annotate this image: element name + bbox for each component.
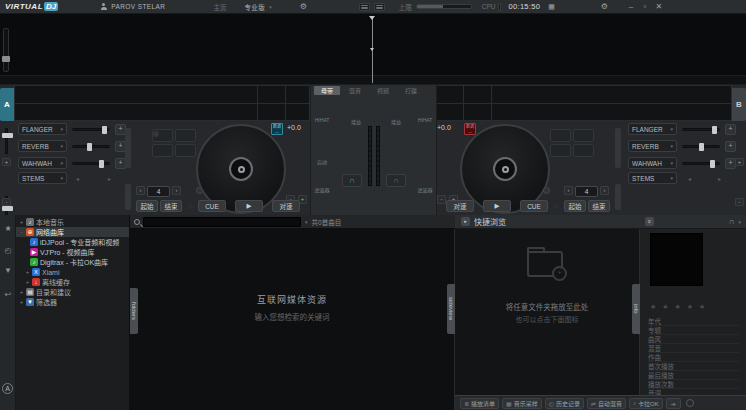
loop-out-button[interactable]: 结束 — [160, 200, 182, 212]
automix-button[interactable]: ⇄自动混音 — [587, 398, 626, 409]
deck-b-pad-3[interactable] — [550, 144, 571, 157]
back-undo-icon[interactable]: ↩ — [0, 287, 16, 301]
deck-a-fx-side-tab[interactable] — [125, 128, 131, 168]
deck-b-key-display[interactable]: 数调— — [464, 123, 476, 135]
slip-toggle[interactable] — [553, 203, 559, 209]
filter-funnel-icon[interactable]: ▼ — [0, 263, 16, 277]
loop-half-button[interactable]: ‹ — [136, 186, 145, 195]
mixer-ch2-headphone-button[interactable]: ∩ — [386, 174, 406, 187]
deck-b-sync-button[interactable]: 对速 — [446, 200, 474, 212]
stems-prev-icon[interactable]: ◂ — [688, 175, 691, 182]
deck-a-pad-4[interactable] — [175, 144, 196, 157]
deck-b-fx-side-tab[interactable] — [615, 128, 621, 168]
minimize-button[interactable]: – — [624, 2, 638, 11]
tree-item-idjpool[interactable]: ♪ iDJPool - 专业音频和视频 — [16, 237, 129, 247]
tree-item-xiami[interactable]: + X Xiami — [16, 267, 129, 277]
tree-item-catalogs[interactable]: + ▤ 目录和建议 — [16, 287, 129, 297]
wave-zoom-handle[interactable] — [2, 56, 10, 62]
loop-double-button[interactable]: › — [600, 186, 609, 195]
settings-gear-icon[interactable]: ⚙ — [601, 3, 608, 11]
deck-a-sync-button[interactable]: 对速 — [272, 200, 300, 212]
stems-prev-icon[interactable]: ◂ — [76, 175, 79, 182]
loop-roll-toggle[interactable] — [543, 187, 550, 194]
deck-a-pad-3[interactable] — [152, 144, 173, 157]
info-vertical-tab[interactable]: info — [632, 284, 640, 334]
fx-select-reverb[interactable]: REVERB▾ — [628, 140, 677, 152]
deck-a-key-display[interactable]: 数调— — [271, 123, 283, 135]
mixer-tab-master[interactable]: 母带 — [314, 86, 340, 95]
browser-font-size-button[interactable]: A — [2, 383, 13, 394]
deck-a-pad-2[interactable] — [175, 129, 196, 142]
prelisten-headphone-icon[interactable]: ∩ — [729, 217, 735, 226]
shortcut-browse-panel[interactable]: 将任意文件夹拖放至此处 也可以点击下面图标 — [455, 215, 640, 395]
status-dot[interactable] — [686, 399, 694, 407]
deck-b-tab[interactable]: B — [732, 88, 746, 121]
slip-toggle[interactable] — [187, 203, 193, 209]
fx-select-flanger[interactable]: FLANGER▾ — [18, 123, 67, 135]
deck-b-stems-select[interactable]: STEMS▾ — [628, 172, 677, 184]
deck-a-rail-minus-button[interactable]: - — [2, 198, 11, 206]
user-name[interactable]: PAROV STELAR — [111, 3, 165, 10]
deck-a-stems-select[interactable]: STEMS▾ — [18, 172, 67, 184]
deck-a-rail-plus-button[interactable]: + — [2, 158, 11, 166]
deck-b-loop-side-tab[interactable] — [615, 184, 621, 210]
sideview-vertical-tab[interactable]: sideview — [447, 284, 455, 334]
tree-item-online-library[interactable]: - ⊕ 网络曲库 — [16, 227, 129, 237]
fx-slider-3[interactable] — [72, 162, 110, 165]
grid-icon[interactable]: ▦ — [548, 3, 555, 11]
mixer-tab-mixer[interactable]: 混音 — [342, 86, 368, 95]
edition-dropdown[interactable]: 专业版 ▾ — [244, 2, 271, 12]
tree-item-vjpro[interactable]: ▶ VJ'Pro - 视频曲库 — [16, 247, 129, 257]
stems-next-icon[interactable]: ▸ — [108, 175, 111, 182]
tree-item-digitrax[interactable]: ♪ Digitrax - 卡拉OK曲库 — [16, 257, 129, 267]
deck-b-play-button[interactable]: ▶ — [483, 200, 511, 212]
maximize-button[interactable]: ▫ — [638, 2, 652, 11]
deck-a-tab[interactable]: A — [0, 88, 14, 121]
tree-item-offline-cache[interactable]: + ↓ 离线缓存 — [16, 277, 129, 287]
expand-arrow-button[interactable]: ➔ — [666, 398, 681, 409]
close-button[interactable]: ✕ — [652, 2, 666, 11]
folders-vertical-tab[interactable]: folders — [130, 288, 138, 334]
tree-item-filters[interactable]: + ▼ 筛选器 — [16, 297, 129, 307]
fx-slider-1[interactable] — [682, 128, 720, 131]
history-clock-icon[interactable]: ◴ — [0, 243, 16, 257]
mixer-tab-video[interactable]: 视频 — [370, 86, 396, 95]
deck-b-pad-1[interactable] — [550, 129, 571, 142]
wave-zoom-slider[interactable] — [3, 28, 9, 72]
layout-toggle-1[interactable] — [359, 3, 370, 11]
tree-item-local-music[interactable]: + ♪ 本地音乐 — [16, 217, 129, 227]
track-list-panel[interactable]: 互联网媒体资源 输入您想检索的关键词 — [130, 215, 455, 410]
fx-select-wahwah[interactable]: WAHWAH▾ — [628, 157, 677, 169]
deck-b-cue-button[interactable]: CUE — [520, 200, 548, 212]
rating-stars[interactable]: ★ ★ ★ ★ ★ — [650, 303, 707, 311]
deck-b-rail-plus-button[interactable]: + — [735, 158, 744, 166]
fx-select-flanger[interactable]: FLANGER▾ — [628, 123, 677, 135]
license-gear-icon[interactable]: ⚙ — [300, 3, 307, 11]
deck-a-cue-button[interactable]: CUE — [198, 200, 226, 212]
sampler-button[interactable]: ▦音乐采样 — [502, 398, 542, 409]
loop-half-button[interactable]: ‹ — [564, 186, 573, 195]
deck-a-play-button[interactable]: ▶ — [235, 200, 263, 212]
playlist-button[interactable]: ≣播放清单 — [460, 398, 499, 409]
karaoke-button[interactable]: ♪卡拉OK — [629, 398, 663, 409]
stems-next-icon[interactable]: ▸ — [718, 175, 721, 182]
search-input[interactable] — [143, 217, 301, 227]
fx-select-wahwah[interactable]: WAHWAH▾ — [18, 157, 67, 169]
fx-slider-3[interactable] — [682, 162, 720, 165]
fx-slider-2[interactable] — [72, 145, 110, 148]
deck-a-loop-side-tab[interactable] — [125, 184, 131, 210]
nav-home[interactable]: 主页 — [213, 2, 226, 12]
deck-b-pitch-minus[interactable]: - — [437, 195, 446, 204]
deck-b-rail-minus-button[interactable]: - — [735, 198, 744, 206]
info-chevron-icon[interactable]: ▾ — [738, 219, 741, 225]
favorites-star-icon[interactable]: ★ — [0, 221, 16, 235]
deck-b-pad-4[interactable] — [573, 144, 594, 157]
history-button[interactable]: ◴历史记录 — [545, 398, 584, 409]
fx-activate-2-button[interactable]: + — [725, 141, 736, 152]
loop-in-button[interactable]: 起始 — [136, 200, 158, 212]
mixer-tab-scratch[interactable]: 打碟 — [398, 86, 424, 95]
rhythm-wave-panel[interactable] — [0, 14, 746, 75]
loop-double-button[interactable]: › — [172, 186, 181, 195]
loop-in-button[interactable]: 起始 — [564, 200, 586, 212]
deck-b-pad-2[interactable] — [573, 129, 594, 142]
